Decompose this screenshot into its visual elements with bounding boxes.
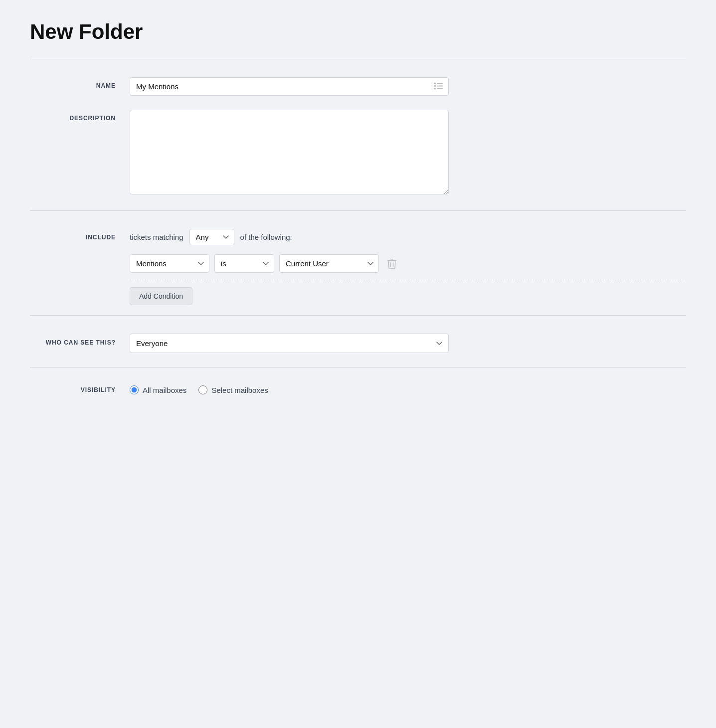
visibility-all-label: All mailboxes <box>143 386 186 394</box>
visibility-select-label: Select mailboxes <box>211 386 268 394</box>
who-can-see-control: Everyone Only me Specific agents <box>130 334 686 353</box>
include-text-after: of the following: <box>240 233 292 241</box>
svg-rect-3 <box>437 85 443 86</box>
add-condition-button[interactable]: Add Condition <box>130 287 192 305</box>
svg-rect-7 <box>390 259 393 260</box>
svg-rect-2 <box>434 85 436 87</box>
page-container: New Folder NAME DESC <box>0 0 716 424</box>
visibility-all-radio[interactable] <box>130 385 139 394</box>
condition-operator-select[interactable]: is is not contains <box>214 254 274 273</box>
visibility-select-mailboxes-option[interactable]: Select mailboxes <box>198 385 268 394</box>
svg-rect-5 <box>437 88 443 89</box>
visibility-select-radio[interactable] <box>198 385 207 394</box>
top-divider <box>30 59 686 59</box>
match-select[interactable]: Any All <box>189 229 234 245</box>
section-divider-2 <box>30 315 686 316</box>
svg-rect-4 <box>434 88 436 89</box>
include-text-before: tickets matching <box>130 233 183 241</box>
visibility-all-mailboxes-option[interactable]: All mailboxes <box>130 385 186 394</box>
description-row: DESCRIPTION <box>30 110 686 196</box>
description-input[interactable] <box>130 110 449 194</box>
who-can-see-label: WHO CAN SEE THIS? <box>30 334 130 347</box>
name-row: NAME <box>30 77 686 96</box>
description-label: DESCRIPTION <box>30 110 130 122</box>
include-row: INCLUDE tickets matching Any All of the … <box>30 229 686 305</box>
condition-value-select[interactable]: Current User Anyone No one <box>279 254 379 273</box>
visibility-row: VISIBILITY All mailboxes Select mailboxe… <box>30 385 686 394</box>
delete-condition-button[interactable] <box>384 255 400 272</box>
section-divider-3 <box>30 367 686 367</box>
name-label: NAME <box>30 77 130 89</box>
name-input[interactable] <box>130 77 449 96</box>
section-divider-1 <box>30 210 686 211</box>
description-control-wrap <box>130 110 686 196</box>
visibility-options: All mailboxes Select mailboxes <box>130 385 268 394</box>
visibility-label: VISIBILITY <box>30 386 130 393</box>
svg-rect-6 <box>387 260 396 261</box>
name-control-wrap <box>130 77 686 96</box>
svg-rect-0 <box>434 82 436 84</box>
conditions-row: Mentions Subject Status Assignee is is n… <box>130 254 686 280</box>
name-input-wrapper <box>130 77 449 96</box>
who-can-see-select[interactable]: Everyone Only me Specific agents <box>130 334 449 353</box>
include-label: INCLUDE <box>30 229 130 241</box>
list-icon <box>434 82 443 91</box>
who-can-see-row: WHO CAN SEE THIS? Everyone Only me Speci… <box>30 334 686 353</box>
condition-field-select[interactable]: Mentions Subject Status Assignee <box>130 254 209 273</box>
include-content: tickets matching Any All of the followin… <box>130 229 686 305</box>
page-title: New Folder <box>30 20 686 44</box>
svg-rect-1 <box>437 83 443 84</box>
include-top: tickets matching Any All of the followin… <box>130 229 686 245</box>
